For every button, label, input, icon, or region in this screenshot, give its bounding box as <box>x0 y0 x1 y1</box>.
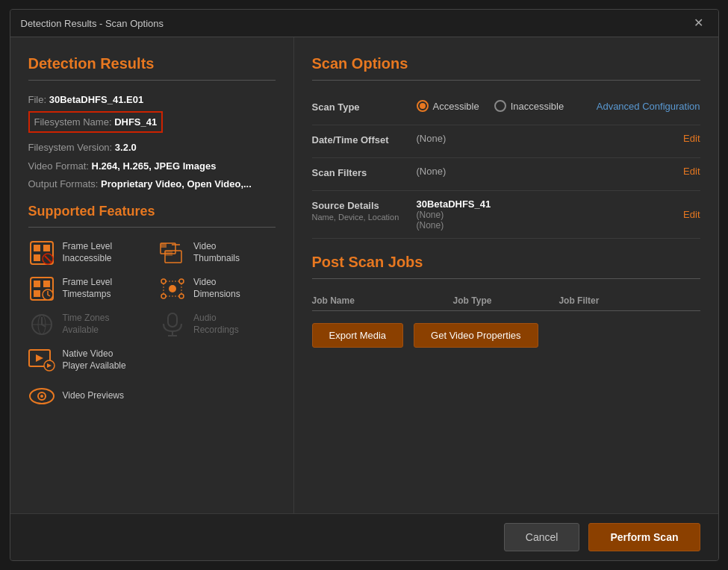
feature-frame-timestamps: Frame LevelTimestamps <box>28 275 145 302</box>
audio-recordings-text: AudioRecordings <box>193 313 239 336</box>
source-details-edit[interactable]: Edit <box>683 209 700 220</box>
time-zones-text: Time ZonesAvailable <box>63 313 110 336</box>
col-job-filter: Job Filter <box>559 295 700 306</box>
left-panel: Detection Results File: 30BetaDHFS_41.E0… <box>10 37 294 513</box>
video-previews-icon <box>28 383 55 410</box>
source-details-values: 30BetaDHFS_41 (None) (None) <box>417 198 491 231</box>
svg-rect-2 <box>43 245 50 251</box>
svg-point-18 <box>179 279 184 284</box>
datetime-offset-value: (None) <box>417 133 447 144</box>
supported-features-title: Supported Features <box>28 204 276 219</box>
video-format-label: Video Format: <box>28 160 89 172</box>
post-scan-title: Post Scan Jobs <box>312 254 700 271</box>
source-details-name: 30BetaDHFS_41 <box>417 198 491 210</box>
frame-inaccessible-text: Frame LevelInaccessible <box>63 241 113 264</box>
content-area: Detection Results File: 30BetaDHFS_41.E0… <box>10 37 718 513</box>
svg-point-37 <box>40 395 43 398</box>
cancel-button[interactable]: Cancel <box>504 523 580 551</box>
source-details-label: Source Details Name, Device, Location <box>312 198 417 222</box>
datetime-offset-edit[interactable]: Edit <box>683 133 700 144</box>
svg-rect-9 <box>165 251 172 256</box>
accessible-radio-circle <box>417 100 429 112</box>
video-previews-text: Video Previews <box>63 390 125 402</box>
svg-rect-28 <box>168 313 177 327</box>
video-format-value: H.264, H.265, JPEG Images <box>92 160 217 172</box>
scan-filters-edit[interactable]: Edit <box>683 166 700 177</box>
feature-native-video-player: Native VideoPlayer Available <box>28 347 145 374</box>
post-scan-table-header: Job Name Job Type Job Filter <box>312 291 700 311</box>
native-video-player-text: Native VideoPlayer Available <box>63 348 126 372</box>
feature-video-dimensions: VideoDimensions <box>159 275 276 302</box>
svg-rect-7 <box>161 243 167 248</box>
scan-filters-value: (None) <box>417 166 447 177</box>
svg-rect-3 <box>34 254 40 261</box>
frame-timestamps-text: Frame LevelTimestamps <box>63 277 113 300</box>
scan-type-radio-group: Accessible Inaccessible <box>417 100 564 112</box>
filesystem-name-row: Filesystem Name: DHFS_41 <box>28 111 276 137</box>
filesystem-version-value: 3.2.0 <box>115 142 137 153</box>
accessible-label: Accessible <box>433 101 479 112</box>
filesystem-version-row: Filesystem Version: 3.2.0 <box>28 140 276 155</box>
svg-rect-13 <box>43 281 50 287</box>
scan-filters-content: (None) Edit <box>417 166 700 177</box>
inaccessible-radio[interactable]: Inaccessible <box>494 100 564 112</box>
time-zones-icon <box>28 311 55 338</box>
close-button[interactable]: ✕ <box>689 16 708 31</box>
accessible-radio[interactable]: Accessible <box>417 100 479 112</box>
inaccessible-radio-circle <box>494 100 506 112</box>
datetime-offset-row: Date/Time Offset (None) Edit <box>312 125 700 158</box>
svg-point-16 <box>169 285 176 292</box>
file-label: File: <box>28 94 47 105</box>
features-grid: Frame LevelInaccessible VideoThumbnails <box>28 239 276 410</box>
video-format-row: Video Format: H.264, H.265, JPEG Images <box>28 159 276 174</box>
filesystem-name-value: DHFS_41 <box>114 116 157 128</box>
frame-inaccessible-icon <box>28 239 55 266</box>
title-bar: Detection Results - Scan Options ✕ <box>10 10 718 37</box>
inaccessible-label: Inaccessible <box>511 101 564 112</box>
svg-point-20 <box>179 294 184 298</box>
filesystem-name-label: Filesystem Name: <box>34 116 112 128</box>
output-formats-row: Output Formats: Proprietary Video, Open … <box>28 177 276 192</box>
output-formats-value: Proprietary Video, Open Video,... <box>101 178 252 190</box>
post-scan-buttons: Export Media Get Video Properties <box>312 323 700 348</box>
feature-time-zones: Time ZonesAvailable <box>28 311 145 338</box>
source-details-content: 30BetaDHFS_41 (None) (None) Edit <box>417 198 700 231</box>
source-details-location: (None) <box>417 220 491 231</box>
svg-point-17 <box>161 279 166 284</box>
export-media-button[interactable]: Export Media <box>312 323 404 348</box>
feature-frame-inaccessible: Frame LevelInaccessible <box>28 239 145 266</box>
advanced-config-link[interactable]: Advanced Configuration <box>597 101 700 112</box>
output-formats-label: Output Formats: <box>28 178 99 190</box>
video-dimensions-icon <box>159 275 186 302</box>
file-row: File: 30BetaDHFS_41.E01 <box>28 93 276 107</box>
video-thumbnails-icon <box>159 239 186 266</box>
scan-filters-row: Scan Filters (None) Edit <box>312 158 700 191</box>
scan-options-title: Scan Options <box>312 55 700 72</box>
scan-type-row: Scan Type Accessible Inaccessible Advanc… <box>312 93 700 125</box>
audio-recordings-icon <box>159 311 186 338</box>
video-dimensions-text: VideoDimensions <box>193 277 240 300</box>
datetime-offset-label: Date/Time Offset <box>312 133 417 145</box>
svg-rect-14 <box>34 290 40 297</box>
svg-rect-1 <box>34 245 40 251</box>
svg-point-19 <box>161 294 166 298</box>
file-info: File: 30BetaDHFS_41.E01 Filesystem Name:… <box>28 93 276 192</box>
frame-timestamps-icon <box>28 275 55 302</box>
svg-rect-12 <box>34 281 40 287</box>
svg-marker-32 <box>36 354 43 362</box>
file-name: 30BetaDHFS_41.E01 <box>49 94 143 105</box>
video-thumbnails-text: VideoThumbnails <box>193 241 240 264</box>
filesystem-name-box: Filesystem Name: DHFS_41 <box>28 111 164 134</box>
perform-scan-button[interactable]: Perform Scan <box>588 523 700 551</box>
datetime-offset-content: (None) Edit <box>417 133 700 144</box>
dialog-window: Detection Results - Scan Options ✕ Detec… <box>10 9 719 561</box>
detection-results-title: Detection Results <box>28 55 276 72</box>
source-details-device: (None) <box>417 210 491 220</box>
native-video-player-icon <box>28 347 55 374</box>
footer: Cancel Perform Scan <box>10 513 718 560</box>
col-job-name: Job Name <box>312 295 453 306</box>
filesystem-version-label: Filesystem Version: <box>28 142 113 153</box>
source-details-sub-label: Name, Device, Location <box>312 213 399 222</box>
feature-audio-recordings: AudioRecordings <box>159 311 276 338</box>
get-video-properties-button[interactable]: Get Video Properties <box>414 323 538 348</box>
